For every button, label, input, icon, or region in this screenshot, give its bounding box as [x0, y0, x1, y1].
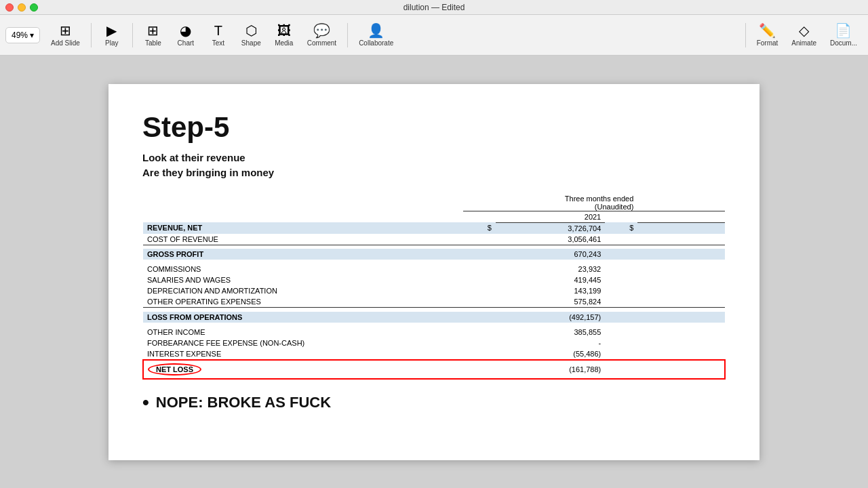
canvas-area: Step-5 Look at their revenue Are they br…	[0, 56, 868, 488]
document-label: Docum...	[830, 39, 857, 47]
chart-button[interactable]: ◕ Chart	[171, 21, 201, 49]
row-value: (492,157)	[496, 312, 605, 323]
table-row: DEPRECIATION AND AMORTIZATION 143,199	[143, 285, 725, 296]
row-dollar	[463, 312, 496, 323]
row-dollar2	[605, 296, 637, 308]
media-icon: 🖼	[277, 24, 291, 37]
comment-button[interactable]: 💬 Comment	[302, 21, 342, 49]
row-label: SALARIES AND WAGES	[143, 274, 463, 285]
net-loss-dollar	[463, 360, 496, 379]
year-extra1	[605, 211, 637, 222]
play-label: Play	[105, 39, 118, 47]
toolbar-right: ✏️ Format ◇ Animate 📄 Docum...	[743, 21, 863, 49]
header-period-text: Three months ended	[565, 195, 634, 203]
minimize-button[interactable]	[18, 3, 26, 12]
row-dollar2	[605, 348, 637, 360]
table-icon: ⊞	[147, 24, 159, 37]
text-button[interactable]: T Text	[203, 21, 233, 49]
add-slide-icon: ⊞	[60, 24, 71, 37]
header-unaudited-text: (Unaudited)	[595, 203, 633, 211]
row-dollar2	[605, 327, 637, 338]
row-dollar2	[605, 338, 637, 348]
row-dollar	[463, 327, 496, 338]
row-dollar	[463, 338, 496, 348]
comment-icon: 💬	[313, 24, 330, 37]
table-row: FORBEARANCE FEE EXPENSE (NON-CASH) -	[143, 338, 725, 348]
row-extra	[637, 249, 725, 260]
year-dollar-col	[463, 211, 496, 222]
row-value: 419,445	[496, 274, 605, 285]
table-row: GROSS PROFIT 670,243	[143, 249, 725, 260]
row-label: GROSS PROFIT	[143, 249, 463, 260]
row-dollar	[463, 234, 496, 245]
collaborate-button[interactable]: 👤 Collaborate	[353, 21, 399, 49]
row-label: OTHER OPERATING EXPENSES	[143, 296, 463, 308]
row-dollar2	[605, 264, 637, 274]
row-extra	[637, 338, 725, 348]
row-dollar	[463, 296, 496, 308]
toolbar: 49% ▾ ⊞ Add Slide ▶ Play ⊞ Table ◕ Chart…	[0, 15, 868, 56]
zoom-value: 49%	[12, 30, 28, 40]
row-dollar2	[605, 274, 637, 285]
bullet-point: • NOPE: BROKE AS FUCK	[142, 393, 726, 412]
row-label: COST OF REVENUE	[143, 234, 463, 245]
row-value: 670,243	[496, 249, 605, 260]
net-loss-extra2	[637, 360, 725, 379]
row-extra	[637, 296, 725, 308]
net-loss-value: (161,788)	[496, 360, 605, 379]
row-value: 3,726,704	[496, 222, 605, 234]
subtitle-line2: Are they bringing in money	[142, 165, 726, 181]
header-label-col	[143, 195, 463, 211]
close-button[interactable]	[5, 3, 14, 12]
media-button[interactable]: 🖼 Media	[269, 21, 299, 49]
header-period-col: Three months ended (Unaudited)	[463, 195, 637, 211]
year-col: 2021	[496, 211, 605, 222]
row-label: INTEREST EXPENSE	[143, 348, 463, 360]
format-label: Format	[757, 39, 778, 47]
zoom-chevron-icon: ▾	[30, 30, 34, 40]
animate-button[interactable]: ◇ Animate	[786, 21, 822, 49]
table-button[interactable]: ⊞ Table	[138, 21, 168, 49]
document-button[interactable]: 📄 Docum...	[825, 21, 863, 49]
toolbar-separator-2	[132, 23, 133, 47]
comment-label: Comment	[307, 39, 336, 47]
add-slide-label: Add Slide	[51, 39, 80, 47]
slide[interactable]: Step-5 Look at their revenue Are they br…	[108, 84, 760, 460]
row-dollar2: $	[605, 222, 637, 234]
table-row: OTHER INCOME 385,855	[143, 327, 725, 338]
year-extra2	[637, 211, 725, 222]
chart-icon: ◕	[180, 24, 191, 37]
row-dollar2	[605, 312, 637, 323]
row-dollar2	[605, 249, 637, 260]
bullet-text: NOPE: BROKE AS FUCK	[156, 394, 331, 411]
net-loss-label-cell: NET LOSS	[143, 360, 463, 379]
add-slide-button[interactable]: ⊞ Add Slide	[45, 21, 85, 49]
row-value: (55,486)	[496, 348, 605, 360]
maximize-button[interactable]	[30, 3, 38, 12]
row-label: LOSS FROM OPERATIONS	[143, 312, 463, 323]
row-dollar	[463, 249, 496, 260]
play-button[interactable]: ▶ Play	[97, 21, 127, 49]
toolbar-separator-4	[745, 23, 746, 47]
row-extra	[637, 327, 725, 338]
row-label: OTHER INCOME	[143, 327, 463, 338]
row-extra	[637, 222, 725, 234]
zoom-control[interactable]: 49% ▾	[5, 27, 40, 43]
collaborate-label: Collaborate	[359, 39, 393, 47]
row-dollar: $	[463, 222, 496, 234]
row-dollar	[463, 264, 496, 274]
year-label-spacer	[143, 211, 463, 222]
row-label: DEPRECIATION AND AMORTIZATION	[143, 285, 463, 296]
shape-button[interactable]: ⬡ Shape	[236, 21, 267, 49]
animate-label: Animate	[791, 39, 816, 47]
row-value: 385,855	[496, 327, 605, 338]
table-year-row: 2021	[143, 211, 725, 222]
row-value: -	[496, 338, 605, 348]
row-extra	[637, 274, 725, 285]
row-label: REVENUE, NET	[143, 222, 463, 234]
format-button[interactable]: ✏️ Format	[751, 21, 784, 49]
row-dollar	[463, 274, 496, 285]
table-label: Table	[145, 39, 161, 47]
table-row: COMMISSIONS 23,932	[143, 264, 725, 274]
table-row: COST OF REVENUE 3,056,461	[143, 234, 725, 245]
